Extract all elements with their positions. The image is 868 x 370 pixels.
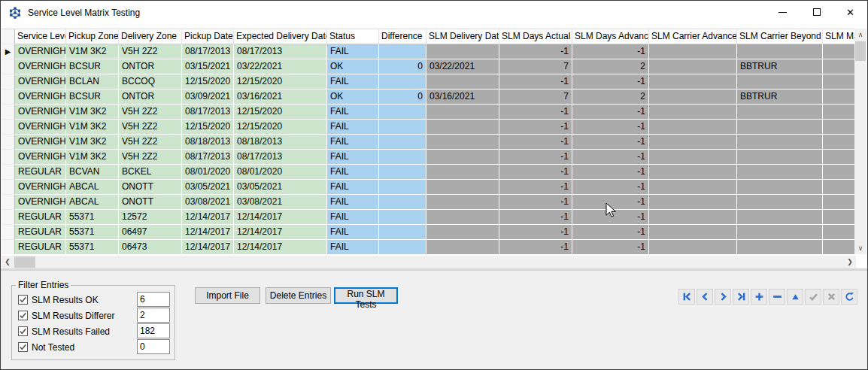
- slm-results-ok-count-field[interactable]: [137, 292, 170, 307]
- row-selector[interactable]: [2, 150, 15, 165]
- close-button[interactable]: ✕: [833, 1, 867, 23]
- grid-cell[interactable]: [426, 165, 499, 180]
- grid-cell[interactable]: [823, 240, 856, 254]
- grid-cell[interactable]: V1M 3K2: [66, 135, 119, 150]
- grid-cell[interactable]: ONOTT: [119, 180, 182, 195]
- grid-cell[interactable]: [426, 210, 499, 225]
- grid-cell[interactable]: [823, 150, 856, 165]
- grid-cell[interactable]: [823, 195, 856, 210]
- grid-cell[interactable]: FAIL: [327, 225, 379, 240]
- grid-cell[interactable]: [426, 240, 499, 254]
- grid-cell[interactable]: [737, 74, 823, 89]
- grid-cell[interactable]: FAIL: [327, 74, 379, 89]
- grid-cell[interactable]: FAIL: [327, 135, 379, 150]
- grid-cell[interactable]: BCKEL: [119, 165, 182, 180]
- grid-cell[interactable]: [426, 74, 499, 89]
- grid-cell[interactable]: -1: [572, 240, 649, 254]
- grid-cell[interactable]: 12/14/2017: [234, 240, 327, 254]
- grid-cell[interactable]: -1: [499, 210, 572, 225]
- grid-cell[interactable]: FAIL: [327, 120, 379, 135]
- grid-cell[interactable]: [426, 135, 499, 150]
- grid-cell[interactable]: V5H 2Z2: [119, 135, 182, 150]
- grid-cell[interactable]: [737, 165, 823, 180]
- grid-cell[interactable]: [426, 120, 499, 135]
- grid-cell[interactable]: 0: [379, 89, 426, 105]
- grid-cell[interactable]: [379, 44, 426, 59]
- grid-cell[interactable]: 08/17/2013: [234, 44, 327, 59]
- grid-cell[interactable]: 55371: [66, 225, 119, 240]
- grid-cell[interactable]: 7: [499, 59, 572, 74]
- row-selector[interactable]: [2, 240, 15, 254]
- grid-cell[interactable]: OVERNIGHT: [15, 150, 66, 165]
- grid-cell[interactable]: V1M 3K2: [66, 120, 119, 135]
- grid-cell[interactable]: OVERNIGHT: [15, 74, 66, 89]
- grid-cell[interactable]: OVERNIGHT: [15, 89, 66, 105]
- grid-cell[interactable]: OVERNIGHT: [15, 120, 66, 135]
- grid-cell[interactable]: ABCAL: [66, 180, 119, 195]
- grid-cell[interactable]: FAIL: [327, 240, 379, 254]
- grid-cell[interactable]: [379, 195, 426, 210]
- grid-cell[interactable]: [649, 74, 737, 89]
- grid-cell[interactable]: OK: [327, 59, 379, 74]
- grid-cell[interactable]: FAIL: [327, 150, 379, 165]
- grid-cell[interactable]: -1: [572, 225, 649, 240]
- grid-cell[interactable]: -1: [572, 210, 649, 225]
- grid-cell[interactable]: -1: [572, 195, 649, 210]
- column-header[interactable]: Pickup Date: [182, 29, 234, 44]
- grid-cell[interactable]: V1M 3K2: [66, 44, 119, 59]
- grid-cell[interactable]: [426, 150, 499, 165]
- grid-cell[interactable]: [737, 44, 823, 59]
- grid-cell[interactable]: -1: [572, 120, 649, 135]
- grid-cell[interactable]: 2: [572, 59, 649, 74]
- grid-cell[interactable]: OVERNIGHT: [15, 59, 66, 74]
- column-header[interactable]: Status: [327, 29, 379, 44]
- edit-record-button[interactable]: [787, 289, 803, 305]
- grid-cell[interactable]: 03/22/2021: [234, 59, 327, 74]
- grid-cell[interactable]: 03/16/2021: [234, 89, 327, 105]
- column-header[interactable]: Delivery Zone: [119, 29, 182, 44]
- minimize-button[interactable]: [766, 1, 800, 23]
- grid-cell[interactable]: FAIL: [327, 165, 379, 180]
- grid-cell[interactable]: FAIL: [327, 44, 379, 59]
- first-record-button[interactable]: [678, 289, 695, 305]
- row-selector[interactable]: [2, 180, 15, 195]
- grid-cell[interactable]: 08/01/2020: [234, 165, 327, 180]
- grid-cell[interactable]: 12/15/2020: [234, 105, 327, 120]
- column-header[interactable]: Difference: [379, 29, 426, 44]
- grid-cell[interactable]: 08/17/2013: [182, 150, 234, 165]
- grid-cell[interactable]: V1M 3K2: [66, 105, 119, 120]
- grid-cell[interactable]: [737, 105, 823, 120]
- grid-cell[interactable]: [379, 165, 426, 180]
- import-file-button[interactable]: Import File: [195, 287, 260, 304]
- grid-cell[interactable]: [823, 59, 856, 74]
- grid-cell[interactable]: [426, 180, 499, 195]
- not-tested-count-field[interactable]: [137, 339, 170, 354]
- grid-cell[interactable]: OK: [327, 89, 379, 105]
- grid-cell[interactable]: 12/14/2017: [182, 210, 234, 225]
- grid-cell[interactable]: -1: [499, 240, 572, 254]
- grid-cell[interactable]: [823, 44, 856, 59]
- grid-cell[interactable]: [426, 105, 499, 120]
- grid-cell[interactable]: OVERNIGHT: [15, 135, 66, 150]
- grid-cell[interactable]: -1: [499, 74, 572, 89]
- column-header[interactable]: Service Level: [15, 29, 66, 44]
- grid-cell[interactable]: OVERNIGHT: [15, 195, 66, 210]
- column-header[interactable]: SLM Ma: [823, 29, 856, 44]
- grid-cell[interactable]: [649, 180, 737, 195]
- grid-cell[interactable]: [823, 74, 856, 89]
- grid-cell[interactable]: V5H 2Z2: [119, 44, 182, 59]
- grid-cell[interactable]: [649, 120, 737, 135]
- grid-cell[interactable]: [649, 210, 737, 225]
- grid-cell[interactable]: [379, 150, 426, 165]
- grid-cell[interactable]: [379, 105, 426, 120]
- grid-cell[interactable]: 12/14/2017: [234, 210, 327, 225]
- column-header[interactable]: Pickup Zone: [66, 29, 119, 44]
- grid-cell[interactable]: 03/05/2021: [182, 180, 234, 195]
- grid-cell[interactable]: [649, 135, 737, 150]
- insert-record-button[interactable]: [751, 289, 767, 305]
- grid-cell[interactable]: -1: [499, 105, 572, 120]
- grid-cell[interactable]: [737, 150, 823, 165]
- grid-cell[interactable]: [426, 44, 499, 59]
- row-selector[interactable]: [2, 105, 15, 120]
- grid-cell[interactable]: 06497: [119, 225, 182, 240]
